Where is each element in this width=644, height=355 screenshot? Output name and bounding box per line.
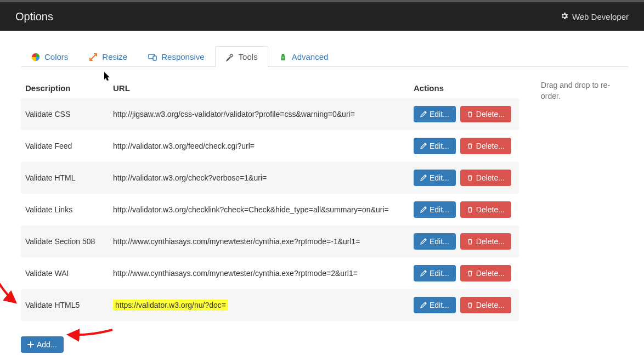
delete-label: Delete... [476,110,505,119]
edit-button[interactable]: Edit... [414,170,456,186]
delete-button[interactable]: Delete... [460,265,511,281]
pencil-icon [420,206,427,213]
trash-icon [467,111,473,117]
annotation-arrow [0,278,27,311]
edit-button[interactable]: Edit... [414,233,456,250]
delete-button[interactable]: Delete... [460,138,511,154]
tools-table: Description URL Actions Validate CSShttp… [21,78,519,321]
cursor-icon [103,71,112,82]
delete-label: Delete... [476,237,505,246]
tab-advanced[interactable]: Advanced [268,46,339,67]
table-row[interactable]: Validate HTML5https://validator.w3.org/n… [21,289,519,321]
header-bar: Options Web Developer [0,0,644,31]
table-row[interactable]: Validate WAIhttp://www.cynthiasays.com/m… [21,257,519,289]
edit-label: Edit... [430,173,449,182]
tab-colors[interactable]: Colors [21,46,78,67]
tab-label: Tools [239,52,258,61]
edit-label: Edit... [430,301,449,309]
edit-label: Edit... [430,269,449,278]
trash-icon [467,238,473,245]
desc-cell: Validate HTML [25,173,76,182]
advanced-icon [279,53,287,61]
pencil-icon [420,174,427,181]
pencil-icon [420,111,427,117]
table-row[interactable]: Validate Feedhttp://validator.w3.org/fee… [21,130,519,162]
edit-button[interactable]: Edit... [414,106,456,122]
tab-resize[interactable]: Resize [78,46,138,67]
url-cell: http://validator.w3.org/check?verbose=1&… [113,173,267,182]
trash-icon [467,143,473,149]
add-button[interactable]: Add... [21,336,64,353]
tab-label: Responsive [161,52,204,61]
desc-cell: Validate Links [25,205,72,214]
url-cell: http://validator.w3.org/checklink?check=… [113,205,389,214]
delete-label: Delete... [476,173,505,182]
page-title: Options [15,10,53,23]
table-row[interactable]: Validate CSShttp://jigsaw.w3.org/css-val… [21,98,519,130]
tab-label: Resize [102,52,127,61]
col-header-description: Description [21,78,109,98]
trash-icon [467,302,473,308]
gear-icon [560,12,569,22]
trash-icon [467,206,473,213]
desc-cell: Validate CSS [25,110,70,119]
svg-rect-2 [153,56,156,60]
tab-bar: Colors Resize Responsive Tools Advanced [21,46,629,67]
table-row[interactable]: Validate HTMLhttp://validator.w3.org/che… [21,162,519,194]
edit-label: Edit... [430,237,449,246]
tab-responsive[interactable]: Responsive [138,46,214,67]
delete-button[interactable]: Delete... [460,106,511,122]
desc-cell: Validate Feed [25,142,72,150]
url-cell: http://www.cynthiasays.com/mynewtester/c… [113,269,358,278]
pencil-icon [420,302,427,308]
table-row[interactable]: Validate Section 508http://www.cynthiasa… [21,226,519,257]
edit-button[interactable]: Edit... [414,265,456,281]
svg-point-3 [282,57,284,58]
desc-cell: Validate WAI [25,269,69,278]
pencil-icon [420,143,427,149]
edit-button[interactable]: Edit... [414,138,456,154]
delete-button[interactable]: Delete... [460,170,511,186]
delete-label: Delete... [476,142,505,150]
url-cell: http://jigsaw.w3.org/css-validator/valid… [113,110,355,119]
plus-icon [27,341,34,348]
edit-label: Edit... [430,205,449,214]
table-row[interactable]: Validate Linkshttp://validator.w3.org/ch… [21,194,519,226]
edit-label: Edit... [430,142,449,150]
delete-button[interactable]: Delete... [460,233,511,250]
tab-tools[interactable]: Tools [215,46,268,67]
annotation-arrow [60,322,115,349]
tab-label: Advanced [292,52,329,61]
reorder-hint: Drag and drop to re-order. [541,78,629,102]
tools-icon [225,53,234,61]
brand-area: Web Developer [560,12,629,22]
resize-icon [89,53,98,61]
delete-label: Delete... [476,205,505,214]
responsive-icon [148,53,157,61]
pencil-icon [420,270,427,277]
pencil-icon [420,238,427,245]
url-cell: http://www.cynthiasays.com/mynewtester/c… [113,237,360,246]
url-cell: http://validator.w3.org/feed/check.cgi?u… [113,142,255,150]
trash-icon [467,270,473,277]
tab-label: Colors [44,52,68,61]
delete-button[interactable]: Delete... [460,297,511,313]
edit-button[interactable]: Edit... [414,297,456,313]
delete-label: Delete... [476,269,505,278]
brand-label: Web Developer [572,12,629,21]
edit-label: Edit... [430,110,449,119]
trash-icon [467,174,473,181]
desc-cell: Validate HTML5 [25,301,80,309]
delete-button[interactable]: Delete... [460,201,511,218]
desc-cell: Validate Section 508 [25,237,95,246]
colors-icon [31,53,40,61]
add-label: Add... [37,340,57,349]
col-header-actions: Actions [409,78,519,98]
url-cell: https://validator.w3.org/nu/?doc= [113,300,228,311]
edit-button[interactable]: Edit... [414,201,456,218]
col-header-url: URL [109,78,409,98]
delete-label: Delete... [476,301,505,309]
